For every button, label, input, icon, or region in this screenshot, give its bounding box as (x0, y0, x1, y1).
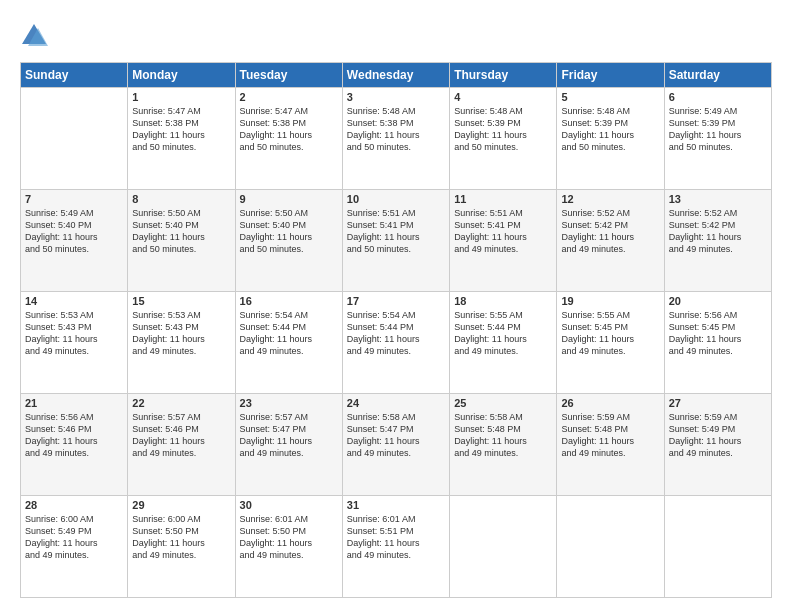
day-info: Sunrise: 5:50 AMSunset: 5:40 PMDaylight:… (132, 207, 230, 256)
calendar-cell: 31Sunrise: 6:01 AMSunset: 5:51 PMDayligh… (342, 496, 449, 598)
day-info: Sunrise: 5:54 AMSunset: 5:44 PMDaylight:… (240, 309, 338, 358)
day-info: Sunrise: 5:49 AMSunset: 5:39 PMDaylight:… (669, 105, 767, 154)
day-info: Sunrise: 6:01 AMSunset: 5:50 PMDaylight:… (240, 513, 338, 562)
day-number: 17 (347, 295, 445, 307)
calendar-cell: 24Sunrise: 5:58 AMSunset: 5:47 PMDayligh… (342, 394, 449, 496)
day-number: 1 (132, 91, 230, 103)
day-number: 22 (132, 397, 230, 409)
header-day-monday: Monday (128, 63, 235, 88)
calendar-cell: 5Sunrise: 5:48 AMSunset: 5:39 PMDaylight… (557, 88, 664, 190)
week-row-2: 14Sunrise: 5:53 AMSunset: 5:43 PMDayligh… (21, 292, 772, 394)
calendar-cell: 1Sunrise: 5:47 AMSunset: 5:38 PMDaylight… (128, 88, 235, 190)
day-info: Sunrise: 5:50 AMSunset: 5:40 PMDaylight:… (240, 207, 338, 256)
day-number: 29 (132, 499, 230, 511)
calendar: SundayMondayTuesdayWednesdayThursdayFrid… (20, 62, 772, 598)
day-info: Sunrise: 5:59 AMSunset: 5:48 PMDaylight:… (561, 411, 659, 460)
calendar-cell: 26Sunrise: 5:59 AMSunset: 5:48 PMDayligh… (557, 394, 664, 496)
day-number: 19 (561, 295, 659, 307)
day-info: Sunrise: 5:54 AMSunset: 5:44 PMDaylight:… (347, 309, 445, 358)
day-number: 31 (347, 499, 445, 511)
calendar-cell: 22Sunrise: 5:57 AMSunset: 5:46 PMDayligh… (128, 394, 235, 496)
day-info: Sunrise: 5:48 AMSunset: 5:38 PMDaylight:… (347, 105, 445, 154)
day-info: Sunrise: 5:58 AMSunset: 5:47 PMDaylight:… (347, 411, 445, 460)
header-row: SundayMondayTuesdayWednesdayThursdayFrid… (21, 63, 772, 88)
day-info: Sunrise: 5:56 AMSunset: 5:46 PMDaylight:… (25, 411, 123, 460)
header-day-thursday: Thursday (450, 63, 557, 88)
header-day-tuesday: Tuesday (235, 63, 342, 88)
day-info: Sunrise: 5:48 AMSunset: 5:39 PMDaylight:… (561, 105, 659, 154)
day-number: 6 (669, 91, 767, 103)
day-number: 20 (669, 295, 767, 307)
day-info: Sunrise: 5:58 AMSunset: 5:48 PMDaylight:… (454, 411, 552, 460)
calendar-cell: 19Sunrise: 5:55 AMSunset: 5:45 PMDayligh… (557, 292, 664, 394)
day-number: 14 (25, 295, 123, 307)
calendar-cell: 6Sunrise: 5:49 AMSunset: 5:39 PMDaylight… (664, 88, 771, 190)
day-number: 10 (347, 193, 445, 205)
day-number: 15 (132, 295, 230, 307)
day-number: 12 (561, 193, 659, 205)
day-info: Sunrise: 5:57 AMSunset: 5:46 PMDaylight:… (132, 411, 230, 460)
day-number: 25 (454, 397, 552, 409)
day-info: Sunrise: 5:49 AMSunset: 5:40 PMDaylight:… (25, 207, 123, 256)
day-info: Sunrise: 6:01 AMSunset: 5:51 PMDaylight:… (347, 513, 445, 562)
calendar-cell: 20Sunrise: 5:56 AMSunset: 5:45 PMDayligh… (664, 292, 771, 394)
day-info: Sunrise: 5:55 AMSunset: 5:44 PMDaylight:… (454, 309, 552, 358)
logo-icon (20, 22, 48, 50)
calendar-cell (450, 496, 557, 598)
calendar-body: 1Sunrise: 5:47 AMSunset: 5:38 PMDaylight… (21, 88, 772, 598)
calendar-cell (664, 496, 771, 598)
day-number: 24 (347, 397, 445, 409)
day-info: Sunrise: 5:53 AMSunset: 5:43 PMDaylight:… (132, 309, 230, 358)
day-info: Sunrise: 5:51 AMSunset: 5:41 PMDaylight:… (454, 207, 552, 256)
day-info: Sunrise: 5:52 AMSunset: 5:42 PMDaylight:… (669, 207, 767, 256)
day-number: 5 (561, 91, 659, 103)
day-info: Sunrise: 5:57 AMSunset: 5:47 PMDaylight:… (240, 411, 338, 460)
day-number: 27 (669, 397, 767, 409)
day-info: Sunrise: 5:47 AMSunset: 5:38 PMDaylight:… (132, 105, 230, 154)
day-info: Sunrise: 5:51 AMSunset: 5:41 PMDaylight:… (347, 207, 445, 256)
day-number: 30 (240, 499, 338, 511)
week-row-3: 21Sunrise: 5:56 AMSunset: 5:46 PMDayligh… (21, 394, 772, 496)
day-number: 16 (240, 295, 338, 307)
calendar-cell: 8Sunrise: 5:50 AMSunset: 5:40 PMDaylight… (128, 190, 235, 292)
header-day-saturday: Saturday (664, 63, 771, 88)
calendar-cell: 30Sunrise: 6:01 AMSunset: 5:50 PMDayligh… (235, 496, 342, 598)
day-info: Sunrise: 5:53 AMSunset: 5:43 PMDaylight:… (25, 309, 123, 358)
day-info: Sunrise: 5:59 AMSunset: 5:49 PMDaylight:… (669, 411, 767, 460)
week-row-0: 1Sunrise: 5:47 AMSunset: 5:38 PMDaylight… (21, 88, 772, 190)
week-row-4: 28Sunrise: 6:00 AMSunset: 5:49 PMDayligh… (21, 496, 772, 598)
calendar-cell: 2Sunrise: 5:47 AMSunset: 5:38 PMDaylight… (235, 88, 342, 190)
day-info: Sunrise: 5:47 AMSunset: 5:38 PMDaylight:… (240, 105, 338, 154)
day-info: Sunrise: 5:52 AMSunset: 5:42 PMDaylight:… (561, 207, 659, 256)
day-number: 13 (669, 193, 767, 205)
calendar-cell: 27Sunrise: 5:59 AMSunset: 5:49 PMDayligh… (664, 394, 771, 496)
calendar-cell: 15Sunrise: 5:53 AMSunset: 5:43 PMDayligh… (128, 292, 235, 394)
day-number: 7 (25, 193, 123, 205)
day-number: 4 (454, 91, 552, 103)
day-number: 3 (347, 91, 445, 103)
day-number: 9 (240, 193, 338, 205)
calendar-cell: 23Sunrise: 5:57 AMSunset: 5:47 PMDayligh… (235, 394, 342, 496)
day-number: 18 (454, 295, 552, 307)
calendar-header: SundayMondayTuesdayWednesdayThursdayFrid… (21, 63, 772, 88)
calendar-cell: 16Sunrise: 5:54 AMSunset: 5:44 PMDayligh… (235, 292, 342, 394)
calendar-cell: 12Sunrise: 5:52 AMSunset: 5:42 PMDayligh… (557, 190, 664, 292)
calendar-cell: 17Sunrise: 5:54 AMSunset: 5:44 PMDayligh… (342, 292, 449, 394)
calendar-cell: 18Sunrise: 5:55 AMSunset: 5:44 PMDayligh… (450, 292, 557, 394)
header-day-wednesday: Wednesday (342, 63, 449, 88)
calendar-cell: 25Sunrise: 5:58 AMSunset: 5:48 PMDayligh… (450, 394, 557, 496)
calendar-cell: 11Sunrise: 5:51 AMSunset: 5:41 PMDayligh… (450, 190, 557, 292)
day-info: Sunrise: 5:48 AMSunset: 5:39 PMDaylight:… (454, 105, 552, 154)
day-number: 28 (25, 499, 123, 511)
calendar-cell: 28Sunrise: 6:00 AMSunset: 5:49 PMDayligh… (21, 496, 128, 598)
day-number: 11 (454, 193, 552, 205)
day-info: Sunrise: 5:55 AMSunset: 5:45 PMDaylight:… (561, 309, 659, 358)
day-number: 2 (240, 91, 338, 103)
day-number: 23 (240, 397, 338, 409)
calendar-cell: 29Sunrise: 6:00 AMSunset: 5:50 PMDayligh… (128, 496, 235, 598)
calendar-cell: 3Sunrise: 5:48 AMSunset: 5:38 PMDaylight… (342, 88, 449, 190)
day-number: 21 (25, 397, 123, 409)
calendar-cell: 7Sunrise: 5:49 AMSunset: 5:40 PMDaylight… (21, 190, 128, 292)
calendar-cell: 13Sunrise: 5:52 AMSunset: 5:42 PMDayligh… (664, 190, 771, 292)
calendar-cell: 14Sunrise: 5:53 AMSunset: 5:43 PMDayligh… (21, 292, 128, 394)
